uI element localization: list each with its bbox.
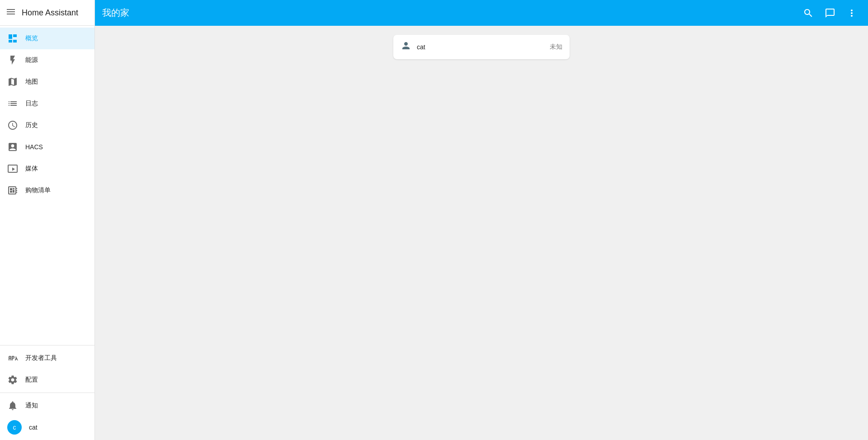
avatar: c	[7, 420, 22, 435]
topbar-title: 我的家	[102, 7, 129, 19]
energy-icon	[7, 55, 18, 66]
sidebar-item-user[interactable]: c cat	[0, 416, 94, 438]
log-icon	[7, 98, 18, 109]
sidebar-item-label-media: 媒体	[25, 165, 38, 173]
dashboard-icon	[7, 33, 18, 44]
app-title: Home Assistant	[22, 8, 78, 18]
sidebar-item-config[interactable]: 配置	[0, 369, 94, 391]
sidebar-item-label-energy: 能源	[25, 56, 38, 64]
sidebar-item-label-config: 配置	[25, 376, 38, 384]
media-icon	[7, 163, 18, 174]
person-name: cat	[417, 43, 425, 51]
menu-icon[interactable]	[5, 6, 16, 19]
sidebar-item-history[interactable]: 历史	[0, 114, 94, 136]
sidebar-item-label-user: cat	[29, 424, 38, 431]
sidebar-header: Home Assistant	[0, 0, 94, 26]
map-icon	[7, 76, 18, 87]
sidebar: Home Assistant 概览 能源 地图	[0, 0, 95, 440]
sidebar-item-label-map: 地图	[25, 78, 38, 86]
sidebar-item-label-devtools: 开发者工具	[25, 354, 57, 362]
sidebar-item-map[interactable]: 地图	[0, 71, 94, 93]
person-card[interactable]: cat 未知	[393, 35, 570, 59]
sidebar-item-label-shopping: 购物清单	[25, 186, 51, 194]
search-button[interactable]	[799, 4, 817, 22]
person-icon	[401, 40, 411, 54]
sidebar-item-energy[interactable]: 能源	[0, 49, 94, 71]
more-button[interactable]	[843, 4, 861, 22]
sidebar-item-label-history: 历史	[25, 121, 38, 129]
user-section: 通知 c cat	[0, 393, 94, 440]
bell-icon	[7, 400, 18, 411]
hacs-icon	[7, 142, 18, 152]
shopping-icon	[7, 185, 18, 196]
main-area: 我的家 cat 未知	[95, 0, 868, 440]
sidebar-item-shopping[interactable]: 购物清单	[0, 180, 94, 201]
content-area: cat 未知	[95, 26, 868, 440]
sidebar-item-hacs[interactable]: HACS	[0, 136, 94, 158]
sidebar-item-label-log: 日志	[25, 99, 38, 108]
sidebar-nav: 概览 能源 地图 日志 历史	[0, 26, 94, 345]
sidebar-item-notifications[interactable]: 通知	[0, 395, 94, 416]
sidebar-item-devtools[interactable]: 开发者工具	[0, 347, 94, 369]
sidebar-item-media[interactable]: 媒体	[0, 158, 94, 180]
person-card-left: cat	[401, 40, 425, 54]
chat-button[interactable]	[821, 4, 839, 22]
person-status: 未知	[550, 43, 562, 51]
topbar-actions	[799, 4, 861, 22]
sidebar-item-label-notifications: 通知	[25, 402, 38, 410]
sidebar-item-label-hacs: HACS	[25, 143, 43, 151]
config-icon	[7, 374, 18, 385]
sidebar-item-log[interactable]: 日志	[0, 93, 94, 114]
sidebar-item-overview[interactable]: 概览	[0, 28, 94, 49]
topbar: 我的家	[95, 0, 868, 26]
devtools-icon	[7, 353, 18, 364]
sidebar-bottom: 开发者工具 配置	[0, 345, 94, 393]
history-icon	[7, 120, 18, 131]
sidebar-item-label-overview: 概览	[25, 34, 38, 43]
